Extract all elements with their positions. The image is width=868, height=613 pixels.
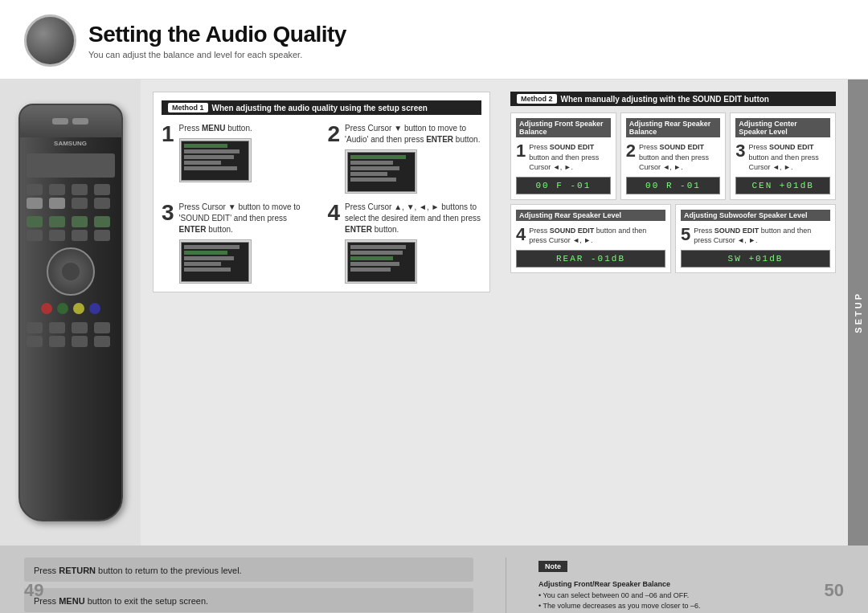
step2-text: Press Cursor ▼ button to move to 'Audio'…: [345, 123, 481, 145]
page-icon: [24, 14, 76, 67]
remote-control: SAMSUNG: [18, 104, 123, 521]
rear-balance-step-text: Press SOUND EDIT button and then press C…: [639, 142, 720, 173]
remote-buttons-bot-grid: [20, 320, 121, 349]
remote-btn-b3[interactable]: [72, 230, 88, 241]
step1-screen: [179, 138, 252, 182]
subwoofer-lcd: SW +01dB: [681, 250, 830, 268]
remote-btn-3[interactable]: [72, 184, 88, 195]
front-step-text: Press SOUND EDIT button and then press C…: [529, 142, 610, 173]
remote-btn-a4[interactable]: [94, 216, 110, 227]
remote-btn-d1[interactable]: [27, 336, 43, 347]
remote-btn-5[interactable]: [27, 198, 43, 209]
method1-step2: 2 Press Cursor ▼ button to move to 'Audi…: [328, 123, 482, 194]
method2-num: Method 2: [517, 94, 557, 104]
step2-screen-inner: [347, 152, 416, 192]
center-lcd: CEN +01dB: [735, 177, 830, 194]
remote-btn-b4[interactable]: [94, 230, 110, 241]
remote-green-btn[interactable]: [57, 303, 68, 314]
note-s1-b2: • The volume decreases as you move close…: [538, 601, 844, 612]
method1-header: Method 1 When adjusting the audio qualit…: [162, 100, 481, 115]
step3-screen: [179, 239, 252, 284]
remote-btn-c3[interactable]: [72, 322, 88, 333]
subwoofer-step-text: Press SOUND EDIT button and then press C…: [694, 226, 830, 246]
step1-text: Press MENU button.: [179, 123, 252, 134]
step1-screen-inner: [181, 141, 249, 181]
page-title: Setting the Audio Quality: [88, 22, 346, 47]
method1-num: Method 1: [168, 103, 208, 112]
remote-nav-wheel[interactable]: [47, 247, 95, 296]
center-step-text: Press SOUND EDIT button and then press C…: [749, 142, 830, 173]
front-lcd: 00 F -01: [516, 177, 611, 194]
step1-num: 1: [162, 123, 174, 145]
main-content: SAMSUNG: [0, 80, 868, 546]
rear-speaker-balance-box: Adjusting Rear Speaker Balance 2 Press S…: [620, 112, 727, 200]
front-speaker-box: Adjusting Front Speaker Balance 1 Press …: [510, 112, 616, 200]
divider: [506, 558, 506, 613]
page-subtitle: You can adjust the balance and level for…: [88, 50, 346, 59]
step4-screen-inner: [347, 242, 416, 282]
remote-red-btn[interactable]: [41, 303, 52, 314]
note-content: Adjusting Front/Rear Speaker Balance • Y…: [538, 579, 844, 613]
center-speaker-step: 3 Press SOUND EDIT button and then press…: [735, 142, 830, 173]
method2-section: Method 2 When manually adjusting with th…: [502, 80, 848, 546]
remote-panel: SAMSUNG: [0, 80, 141, 546]
remote-btn-c1[interactable]: [27, 322, 43, 333]
center-speaker-title: Adjusting Center Speaker Level: [735, 118, 830, 137]
rear-speaker-balance-title: Adjusting Rear Speaker Balance: [626, 118, 721, 137]
remote-btn-1[interactable]: [27, 184, 43, 195]
remote-blue-btn[interactable]: [89, 303, 100, 314]
remote-btn-d3[interactable]: [72, 336, 88, 347]
remote-yellow-btn[interactable]: [73, 303, 84, 314]
return-note-box: Press RETURN button to return to the pre…: [24, 558, 473, 582]
center-step-num: 3: [735, 142, 745, 160]
subwoofer-step-num: 5: [681, 226, 690, 243]
remote-btn-b1[interactable]: [27, 230, 43, 241]
remote-btn-6[interactable]: [49, 198, 65, 209]
return-note-text: Press RETURN button to return to the pre…: [34, 566, 242, 575]
remote-screen: [27, 153, 115, 178]
subwoofer-speaker-title: Adjusting Subwoofer Speaker Level: [681, 210, 830, 221]
remote-color-buttons: [20, 300, 121, 317]
remote-btn-a2[interactable]: [49, 216, 65, 227]
remote-eject-btn[interactable]: [72, 118, 88, 125]
method1-section: Method 1 When adjusting the audio qualit…: [153, 92, 490, 292]
step2-num: 2: [328, 123, 341, 145]
setup-tab-text: SETUP: [854, 292, 863, 333]
method1-steps-row-top: 1 Press MENU button.: [162, 123, 481, 194]
subwoofer-step: 5 Press SOUND EDIT button and then press…: [681, 226, 830, 246]
rear-level-step-num: 4: [516, 226, 526, 243]
remote-btn-7[interactable]: [72, 198, 88, 209]
method2-header-text: When manually adjusting with the SOUND E…: [561, 95, 769, 104]
remote-btn-d2[interactable]: [49, 336, 65, 347]
remote-power-btn[interactable]: [52, 118, 68, 125]
note-label: Note: [538, 561, 567, 572]
remote-btn-2[interactable]: [49, 184, 65, 195]
step3-text: Press Cursor ▼ button to move to 'SOUND …: [179, 202, 316, 235]
step4-screen: [345, 239, 417, 284]
method2-header: Method 2 When manually adjusting with th…: [510, 92, 836, 106]
setup-tab: SETUP: [848, 80, 868, 546]
rear-balance-step: 2 Press SOUND EDIT button and then press…: [626, 142, 721, 173]
method2-bot-grid: Adjusting Rear Speaker Level 4 Press SOU…: [510, 204, 836, 273]
method1-step1: 1 Press MENU button.: [162, 123, 316, 182]
remote-logo: SAMSUNG: [20, 137, 121, 149]
page-number-right: 50: [825, 580, 844, 601]
remote-btn-a1[interactable]: [27, 216, 43, 227]
remote-btn-d4[interactable]: [94, 336, 110, 347]
step4-text: Press Cursor ▲, ▼, ◄, ► buttons to selec…: [345, 202, 481, 235]
rear-level-step-text: Press SOUND EDIT button and then press C…: [529, 226, 665, 246]
bottom-left: Press RETURN button to return to the pre…: [24, 558, 473, 612]
remote-btn-b2[interactable]: [49, 230, 65, 241]
remote-btn-8[interactable]: [94, 198, 110, 209]
remote-btn-c2[interactable]: [49, 322, 65, 333]
remote-btn-c4[interactable]: [94, 322, 110, 333]
note-s1-b1: • You can select between 00 and –06 and …: [538, 591, 844, 602]
method2-top-grid: Adjusting Front Speaker Balance 1 Press …: [510, 112, 836, 200]
rear-speaker-level-box: Adjusting Rear Speaker Level 4 Press SOU…: [510, 204, 671, 273]
method1-steps-row-bot: 3 Press Cursor ▼ button to move to 'SOUN…: [162, 202, 481, 284]
remote-nav-center[interactable]: [62, 263, 80, 280]
remote-btn-4[interactable]: [94, 184, 110, 195]
remote-buttons-top-grid: [20, 182, 121, 211]
rear-level-step: 4 Press SOUND EDIT button and then press…: [516, 226, 665, 246]
remote-btn-a3[interactable]: [72, 216, 88, 227]
